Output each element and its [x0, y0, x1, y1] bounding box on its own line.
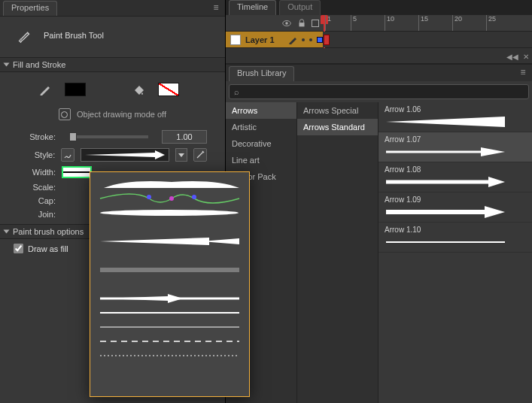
subcategory-item[interactable]: Arrows Special [297, 102, 378, 119]
fill-stroke-header[interactable]: Fill and Stroke [0, 57, 225, 72]
brush-style-popup[interactable] [90, 171, 250, 397]
width-profile[interactable] [62, 166, 92, 178]
keyframe[interactable] [324, 35, 330, 45]
collapse-double-icon[interactable]: ◀◀ [506, 53, 518, 61]
subcategory-item[interactable]: Arrows Standard [297, 119, 378, 135]
pencil-icon[interactable] [39, 83, 51, 95]
svg-point-3 [192, 195, 196, 199]
tool-name: Paint Brush Tool [44, 31, 104, 40]
collapse-icon [4, 63, 10, 67]
svg-point-1 [147, 195, 151, 199]
visibility-icon[interactable] [281, 18, 292, 29]
output-tab[interactable]: Output [279, 0, 321, 15]
svg-marker-23 [481, 147, 505, 156]
pencil-icon [288, 35, 297, 44]
stroke-label: Stroke: [18, 132, 56, 141]
brush-preview [385, 204, 526, 220]
brush-list: Arrow 1.06Arrow 1.07Arrow 1.08Arrow 1.09… [378, 102, 532, 403]
brush-item[interactable]: Arrow 1.06 [378, 102, 532, 132]
timeline-tab[interactable]: Timeline [229, 0, 276, 15]
svg-point-4 [100, 210, 239, 216]
ruler-tick: 25 [486, 15, 496, 31]
draw-as-fill-label: Draw as fill [28, 244, 68, 253]
brush-item[interactable]: Arrow 1.10 [378, 223, 532, 253]
brush-item-label: Arrow 1.06 [385, 105, 526, 114]
brush-preview [385, 174, 526, 190]
panel-menu-icon[interactable] [210, 3, 222, 14]
brush-item-label: Arrow 1.07 [385, 135, 526, 144]
brush-subcategory-list: Arrows SpecialArrows Standard [297, 102, 378, 403]
scale-label: Scale: [18, 183, 56, 192]
category-item[interactable]: Decorative [226, 135, 296, 152]
brush-item-label: Arrow 1.09 [385, 195, 526, 204]
brush-preview [385, 114, 526, 130]
ruler-tick: 15 [418, 15, 428, 31]
style-label: Style: [18, 150, 55, 159]
outline-icon[interactable] [312, 20, 319, 27]
brush-preview [385, 144, 526, 160]
stroke-value-input[interactable] [162, 130, 207, 144]
create-style-button[interactable] [193, 148, 207, 162]
bucket-icon[interactable] [132, 83, 144, 95]
layer-row[interactable]: Layer 1 [226, 32, 532, 48]
svg-marker-0 [85, 150, 165, 159]
svg-marker-21 [386, 117, 505, 127]
fill-stroke-title: Fill and Stroke [13, 60, 65, 69]
object-drawing-toggle[interactable] [59, 108, 71, 120]
brush-item-label: Arrow 1.08 [385, 165, 526, 174]
svg-point-2 [169, 196, 174, 201]
svg-marker-27 [485, 206, 505, 218]
paint-brush-icon [17, 27, 33, 44]
brush-preview [385, 234, 526, 250]
search-icon: ⌕ [234, 87, 239, 96]
brush-item[interactable]: Arrow 1.09 [378, 192, 532, 223]
style-dropdown[interactable] [81, 148, 169, 162]
ruler-tick: 20 [452, 15, 462, 31]
current-tool: Paint Brush Tool [0, 17, 225, 57]
style-dropdown-button[interactable] [175, 148, 187, 162]
layer-icon [230, 35, 241, 45]
brush-item-label: Arrow 1.10 [385, 226, 526, 234]
layer-name[interactable]: Layer 1 [245, 35, 275, 44]
fill-color-swatch[interactable] [65, 83, 86, 96]
svg-rect-20 [299, 23, 305, 26]
properties-panel: Properties Paint Brush Tool Fill and Str… [0, 0, 226, 403]
ruler-tick: 5 [351, 15, 357, 31]
paint-brush-options-title: Paint brush options [13, 227, 84, 236]
brush-item[interactable]: Arrow 1.08 [378, 162, 532, 192]
svg-point-19 [285, 22, 288, 25]
svg-marker-25 [488, 177, 505, 187]
svg-marker-5 [100, 238, 209, 245]
cap-label: Cap: [18, 196, 56, 205]
collapse-icon [4, 230, 10, 234]
panel-menu-icon[interactable] [517, 68, 529, 78]
ruler-tick: 10 [385, 15, 394, 31]
brush-library-panel: ◀◀ ✕ Brush Library ⌕ ArrowsArtisticDecor… [226, 63, 532, 403]
ruler-tick: 1 [325, 15, 331, 31]
stroke-slider[interactable] [69, 135, 148, 138]
width-label: Width: [18, 168, 56, 177]
lock-icon[interactable] [296, 18, 307, 29]
properties-tab[interactable]: Properties [3, 1, 57, 16]
stroke-color-swatch[interactable] [158, 83, 179, 96]
category-item[interactable]: Line art [226, 152, 296, 168]
category-item[interactable]: Arrows [226, 102, 296, 119]
brush-search-input[interactable]: ⌕ [229, 84, 529, 99]
timeline-tabbar: Timeline Output [226, 0, 532, 15]
join-label: Join: [18, 210, 56, 219]
category-item[interactable]: Artistic [226, 119, 296, 135]
close-icon[interactable]: ✕ [523, 53, 529, 61]
brush-item[interactable]: Arrow 1.07 [378, 132, 532, 162]
object-drawing-label: Object drawing mode off [77, 110, 166, 119]
brush-library-tab[interactable]: Brush Library [229, 66, 294, 81]
timeline-ruler[interactable]: 1510152025 [226, 15, 532, 32]
properties-tabbar: Properties [0, 0, 225, 17]
brush-type-button[interactable] [61, 148, 74, 162]
